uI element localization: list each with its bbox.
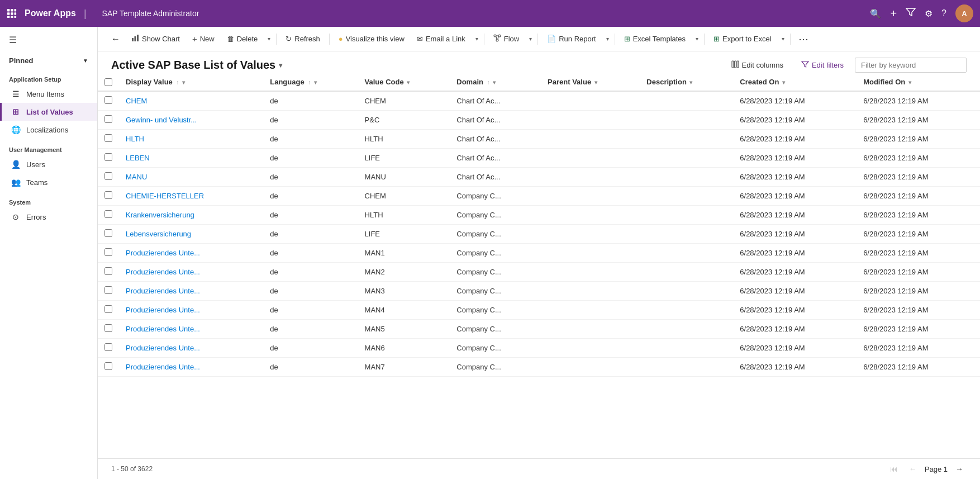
sidebar-item-users[interactable]: 👤 Users [0,155,97,173]
apps-grid-button[interactable] [7,8,17,18]
list-of-values-icon: ⊞ [11,107,21,116]
sidebar-pinned[interactable]: Pinned ▼ [0,53,97,68]
display-value-link[interactable]: Produzierendes Unte... [126,287,200,295]
filter-modified-on-icon[interactable]: ▾ [908,79,911,86]
th-parent-value[interactable]: Parent Value ▾ [541,73,640,91]
row-checkbox[interactable] [104,229,112,237]
sidebar-item-menu-items[interactable]: ☰ Menu Items [0,85,97,103]
back-button[interactable]: ← [107,32,125,46]
row-checkbox[interactable] [104,324,112,332]
filter-icon[interactable] [906,7,916,20]
run-report-chevron[interactable]: ▾ [604,32,611,45]
users-icon: 👤 [11,160,21,169]
visualize-button[interactable]: ● Visualize this view [333,31,410,46]
row-checkbox[interactable] [104,172,112,180]
th-display-value[interactable]: Display Value ↑ ▾ [119,73,263,91]
filter-created-on-icon[interactable]: ▾ [782,79,785,86]
display-value-link[interactable]: Produzierendes Unte... [126,325,200,333]
cell-language: de [263,282,358,301]
row-checkbox[interactable] [104,248,112,256]
display-value-link[interactable]: CHEMIE-HERSTELLER [126,192,204,200]
filter-domain-icon[interactable]: ▾ [493,79,496,86]
edit-filters-button[interactable]: Edit filters [795,57,850,73]
display-value-link[interactable]: Produzierendes Unte... [126,363,200,371]
display-value-link[interactable]: Produzierendes Unte... [126,344,200,352]
row-checkbox[interactable] [104,134,112,142]
show-chart-button[interactable]: Show Chart [126,31,185,47]
th-description[interactable]: Description ▾ [640,73,733,91]
flow-chevron[interactable]: ▾ [527,32,534,45]
export-excel-chevron[interactable]: ▾ [779,32,787,45]
edit-columns-button[interactable]: Edit columns [725,57,790,73]
flow-button[interactable]: Flow [488,31,525,47]
select-all-checkbox[interactable] [104,78,112,86]
cell-parent-value [541,149,640,168]
user-avatar[interactable]: A [955,4,973,22]
row-checkbox[interactable] [104,115,112,123]
refresh-button[interactable]: ↻ Refresh [280,31,326,46]
row-checkbox[interactable] [104,191,112,199]
new-button[interactable]: + New [187,31,220,47]
filter-value-code-icon[interactable]: ▾ [407,79,410,86]
filter-parent-value-icon[interactable]: ▾ [594,79,597,86]
row-checkbox[interactable] [104,153,112,161]
more-button[interactable]: ⋯ [794,31,813,48]
avatar-initials: A [962,10,967,18]
delete-button[interactable]: 🗑 Delete [221,31,264,46]
add-icon[interactable]: + [890,7,897,20]
sidebar-item-localizations[interactable]: 🌐 Localizations [0,121,97,139]
excel-templates-button[interactable]: ⊞ Excel Templates [619,31,691,46]
row-checkbox[interactable] [104,96,112,104]
sort-display-value-icon[interactable]: ↑ [176,79,179,86]
row-checkbox[interactable] [104,362,112,370]
th-domain[interactable]: Domain ↑ ▾ [450,73,541,91]
display-value-link[interactable]: Lebensversicherung [126,230,191,238]
email-link-button[interactable]: ✉ Email a Link [411,31,471,46]
display-value-link[interactable]: LEBEN [126,154,150,162]
hamburger-button[interactable]: ☰ [0,27,97,53]
next-page-button[interactable]: → [952,463,967,475]
sidebar-item-list-of-values[interactable]: ⊞ List of Values [0,103,97,121]
sidebar-item-teams[interactable]: 👥 Teams [0,173,97,191]
row-checkbox[interactable] [104,286,112,294]
display-value-link[interactable]: Krankenversicherung [126,211,194,219]
export-excel-button[interactable]: ⊞ Export to Excel [708,31,777,46]
cell-modified-on: 6/28/2023 12:19 AM [857,282,980,301]
th-modified-on[interactable]: Modified On ▾ [857,73,980,91]
run-report-button[interactable]: 📄 Run Report [541,31,601,46]
th-language[interactable]: Language ↑ ▾ [263,73,358,91]
row-checkbox[interactable] [104,305,112,313]
export-excel-label: Export to Excel [722,35,771,43]
filter-description-icon[interactable]: ▾ [689,79,692,86]
row-checkbox[interactable] [104,343,112,351]
search-icon[interactable]: 🔍 [870,8,881,19]
display-value-link[interactable]: CHEM [126,97,147,105]
display-value-link[interactable]: Produzierendes Unte... [126,249,200,257]
display-value-link[interactable]: MANU [126,173,147,181]
help-icon[interactable]: ? [941,8,946,18]
row-checkbox[interactable] [104,210,112,218]
filter-display-value-icon[interactable]: ▾ [182,79,185,86]
th-created-on[interactable]: Created On ▾ [733,73,857,91]
email-chevron[interactable]: ▾ [473,32,481,45]
view-title[interactable]: Active SAP Base List of Values ▾ [111,59,282,72]
delete-chevron[interactable]: ▾ [265,32,273,45]
display-value-link[interactable]: Produzierendes Unte... [126,268,200,276]
filter-by-keyword-input[interactable] [855,58,967,73]
row-checkbox[interactable] [104,267,112,275]
teams-icon: 👥 [11,178,21,187]
display-value-link[interactable]: HLTH [126,135,144,143]
excel-templates-chevron[interactable]: ▾ [693,32,701,45]
sort-language-icon[interactable]: ↑ [308,79,311,86]
th-value-code[interactable]: Value Code ▾ [358,73,450,91]
cell-domain: Company C... [450,282,541,301]
filter-language-icon[interactable]: ▾ [314,79,317,86]
display-value-link[interactable]: Gewinn- und Velustr... [126,116,197,124]
row-checkbox-cell [98,339,119,358]
settings-icon[interactable]: ⚙ [925,8,933,19]
display-value-link[interactable]: Produzierendes Unte... [126,306,200,314]
sort-domain-icon[interactable]: ↑ [487,79,490,86]
sidebar-item-errors[interactable]: ⊙ Errors [0,208,97,226]
prev-page-button[interactable]: ← [906,463,920,475]
first-page-button[interactable]: ⏮ [887,463,901,475]
